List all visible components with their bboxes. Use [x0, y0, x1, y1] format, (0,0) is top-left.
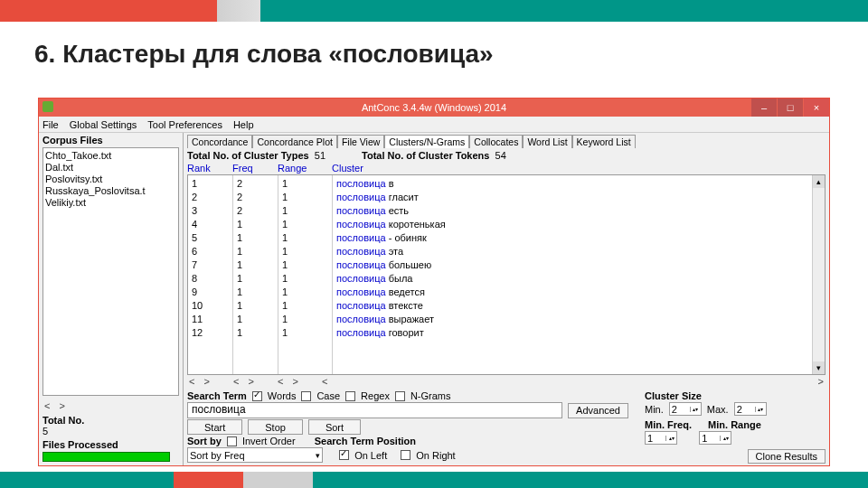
tab-file-view[interactable]: File View — [337, 135, 384, 148]
cell-freq[interactable]: 1 — [237, 245, 274, 258]
cell-rank[interactable]: 11 — [192, 313, 229, 326]
col-rank[interactable]: Rank — [187, 163, 232, 174]
menu-help[interactable]: Help — [233, 119, 254, 130]
minimize-button[interactable]: – — [751, 99, 777, 117]
cell-range[interactable]: 1 — [282, 286, 328, 299]
advanced-button[interactable]: Advanced — [568, 403, 628, 418]
cell-cluster[interactable]: пословица большею — [336, 258, 821, 272]
file-item[interactable]: Velikiy.txt — [45, 197, 176, 209]
cell-freq[interactable]: 1 — [237, 299, 274, 313]
cell-freq[interactable]: 2 — [237, 204, 274, 218]
cell-cluster[interactable]: пословица ведется — [336, 286, 821, 299]
cell-cluster[interactable]: пословица говорит — [336, 326, 821, 340]
cell-cluster[interactable]: пословица в — [336, 177, 821, 191]
cell-rank[interactable]: 1 — [192, 177, 229, 191]
sortby-select[interactable]: Sort by Freq — [187, 447, 323, 463]
cell-range[interactable]: 1 — [282, 326, 328, 340]
cell-range[interactable]: 1 — [282, 245, 328, 258]
cell-freq[interactable]: 1 — [237, 218, 274, 231]
cell-freq[interactable]: 2 — [237, 177, 274, 191]
cell-rank[interactable]: 10 — [192, 299, 229, 313]
cell-rank[interactable]: 7 — [192, 258, 229, 272]
cell-cluster[interactable]: пословица есть — [336, 204, 821, 218]
position-label: Search Term Position — [315, 436, 416, 446]
cell-cluster[interactable]: пословица эта — [336, 245, 821, 258]
file-item[interactable]: Dal.txt — [45, 162, 176, 174]
onright-checkbox[interactable] — [401, 450, 410, 460]
min-freq-spinner[interactable]: ▴▾ — [645, 431, 677, 445]
cell-cluster[interactable]: пословица выражает — [336, 313, 821, 326]
case-checkbox[interactable] — [301, 391, 311, 401]
search-input[interactable]: пословица — [187, 402, 562, 418]
tab-word-list[interactable]: Word List — [523, 135, 571, 148]
cell-range[interactable]: 1 — [282, 313, 328, 326]
cell-freq[interactable]: 1 — [237, 286, 274, 299]
cell-range[interactable]: 1 — [282, 191, 328, 204]
words-checkbox[interactable] — [252, 391, 262, 401]
cell-rank[interactable]: 2 — [192, 191, 229, 204]
cell-rank[interactable]: 5 — [192, 231, 229, 245]
cell-cluster[interactable]: пословица гласит — [336, 191, 821, 204]
stop-button[interactable]: Stop — [248, 419, 303, 435]
tab-concordance-plot[interactable]: Concordance Plot — [252, 135, 336, 148]
tab-keyword-list[interactable]: Keyword List — [572, 135, 636, 148]
cell-range[interactable]: 1 — [282, 177, 328, 191]
file-item[interactable]: Russkaya_Poslovitsa.t — [45, 185, 176, 197]
cell-range[interactable]: 1 — [282, 204, 328, 218]
close-button[interactable]: × — [804, 99, 829, 117]
cell-rank[interactable]: 12 — [192, 326, 229, 340]
min-size-spinner[interactable]: ▴▾ — [669, 402, 702, 416]
sort-button[interactable]: Sort — [308, 419, 361, 435]
total-no-label: Total No. — [42, 415, 179, 426]
file-item[interactable]: Chto_Takoe.txt — [45, 150, 176, 162]
cell-rank[interactable]: 4 — [192, 218, 229, 231]
app-icon — [42, 101, 53, 112]
cell-range[interactable]: 1 — [282, 299, 328, 313]
cell-rank[interactable]: 9 — [192, 286, 229, 299]
cell-cluster[interactable]: пословица была — [336, 272, 821, 286]
ngrams-checkbox[interactable] — [395, 391, 405, 401]
slide-title: 6. Кластеры для слова «пословица» — [34, 40, 494, 69]
min-range-spinner[interactable]: ▴▾ — [699, 431, 731, 445]
tab-collocates[interactable]: Collocates — [469, 135, 523, 148]
cell-rank[interactable]: 8 — [192, 272, 229, 286]
menu-tool-preferences[interactable]: Tool Preferences — [147, 119, 222, 130]
cell-rank[interactable]: 3 — [192, 204, 229, 218]
scrollbar[interactable]: ▴▾ — [812, 175, 825, 374]
file-item[interactable]: Poslovitsy.txt — [45, 174, 176, 185]
cell-freq[interactable]: 1 — [237, 231, 274, 245]
onleft-checkbox[interactable] — [339, 450, 349, 460]
clone-results-button[interactable]: Clone Results — [748, 449, 826, 464]
cell-cluster[interactable]: пословица - обиняк — [336, 231, 821, 245]
cell-cluster[interactable]: пословица втексте — [336, 299, 821, 313]
regex-checkbox[interactable] — [345, 391, 355, 401]
cell-freq[interactable]: 1 — [237, 258, 274, 272]
cell-freq[interactable]: 1 — [237, 326, 274, 340]
start-button[interactable]: Start — [187, 419, 242, 435]
tab-concordance[interactable]: Concordance — [187, 135, 252, 148]
cell-range[interactable]: 1 — [282, 272, 328, 286]
cell-freq[interactable]: 1 — [237, 313, 274, 326]
menu-file[interactable]: File — [42, 119, 59, 130]
cell-cluster[interactable]: пословица коротенькая — [336, 218, 821, 231]
corpus-files-label: Corpus Files — [42, 135, 179, 145]
corpus-file-list[interactable]: Chto_Takoe.txt Dal.txt Poslovitsy.txt Ru… — [42, 147, 179, 396]
menu-global-settings[interactable]: Global Settings — [70, 119, 137, 130]
maximize-button[interactable]: □ — [778, 99, 803, 117]
cell-range[interactable]: 1 — [282, 258, 328, 272]
cluster-types-label: Total No. of Cluster Types — [187, 150, 309, 161]
col-range[interactable]: Range — [278, 163, 332, 174]
col-cluster[interactable]: Cluster — [332, 163, 826, 174]
tab-clusters[interactable]: Clusters/N-Grams — [384, 135, 469, 148]
col-freq[interactable]: Freq — [232, 163, 278, 174]
results-grid[interactable]: 123456789101112222111111111111111111111п… — [187, 174, 826, 375]
max-size-spinner[interactable]: ▴▾ — [734, 402, 767, 416]
cell-rank[interactable]: 6 — [192, 245, 229, 258]
total-no-value: 5 — [42, 426, 179, 436]
cell-freq[interactable]: 2 — [237, 191, 274, 204]
invert-checkbox[interactable] — [227, 436, 237, 446]
cell-range[interactable]: 1 — [282, 218, 328, 231]
cell-range[interactable]: 1 — [282, 231, 328, 245]
cell-freq[interactable]: 1 — [237, 272, 274, 286]
minrange-label: Min. Range — [708, 419, 761, 430]
